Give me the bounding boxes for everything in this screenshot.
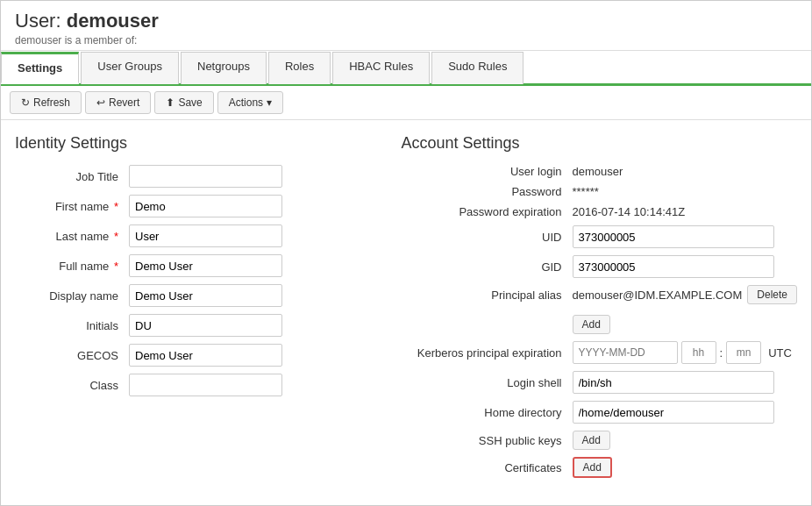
label-display-name: Display name: [15, 289, 129, 303]
identity-section: Identity Settings Job Title First name *: [15, 134, 367, 485]
page-header: User: demouser demouser is a member of:: [1, 1, 811, 51]
form-row-job-title: Job Title: [15, 165, 367, 188]
label-uid: UID: [402, 231, 573, 244]
row-login-shell: Login shell: [402, 371, 798, 394]
label-full-name: Full name *: [15, 260, 129, 273]
label-password: Password: [402, 185, 573, 198]
required-star-first-name: *: [114, 200, 118, 213]
label-ssh-public-keys: SSH public keys: [402, 434, 573, 447]
input-gid[interactable]: [573, 255, 774, 278]
row-uid: UID: [402, 225, 798, 248]
label-principal-alias: Principal alias: [402, 289, 573, 302]
row-password-expiration: Password expiration 2016-07-14 10:14:41Z: [402, 205, 798, 218]
account-title: Account Settings: [402, 134, 798, 153]
value-principal-alias: demouser@IDM.EXAMPLE.COM: [573, 289, 743, 302]
row-home-directory: Home directory: [402, 401, 798, 424]
form-row-gecos: GECOS: [15, 344, 367, 367]
tab-roles[interactable]: Roles: [268, 52, 331, 84]
label-job-title: Job Title: [15, 170, 129, 183]
content-area: Identity Settings Job Title First name *: [1, 120, 811, 499]
row-password: Password ******: [402, 185, 798, 198]
save-icon: ⬆: [166, 96, 175, 109]
tab-netgroups[interactable]: Netgroups: [181, 52, 267, 84]
label-certificates: Certificates: [402, 461, 573, 474]
value-password: ******: [573, 185, 599, 198]
label-user-login: User login: [402, 165, 573, 178]
principal-alias-container: demouser@IDM.EXAMPLE.COM Delete: [573, 285, 798, 304]
form-row-first-name: First name *: [15, 195, 367, 217]
form-row-last-name: Last name *: [15, 224, 367, 247]
title-prefix: User:: [15, 10, 61, 32]
value-password-expiration: 2016-07-14 10:14:41Z: [573, 205, 686, 218]
delete-principal-alias-button[interactable]: Delete: [747, 285, 797, 304]
input-class[interactable]: [129, 374, 282, 396]
row-principal-alias-add: Add: [402, 311, 798, 334]
input-home-directory[interactable]: [573, 401, 774, 424]
page-title: User: demouser: [15, 10, 797, 32]
required-star-last-name: *: [114, 230, 118, 243]
main-window: User: demouser demouser is a member of: …: [0, 0, 812, 506]
tab-settings[interactable]: Settings: [1, 52, 79, 84]
save-button[interactable]: ⬆ Save: [154, 91, 213, 114]
refresh-button[interactable]: ↻ Refresh: [10, 91, 82, 114]
kerberos-mn-input[interactable]: [726, 341, 761, 364]
label-login-shell: Login shell: [402, 376, 573, 389]
label-gecos: GECOS: [15, 349, 129, 362]
chevron-down-icon: ▾: [267, 96, 272, 109]
form-row-display-name: Display name: [15, 284, 367, 307]
kerberos-inputs: : UTC: [573, 341, 792, 364]
actions-button[interactable]: Actions ▾: [217, 91, 283, 114]
refresh-icon: ↻: [21, 96, 30, 109]
label-kerberos: Kerberos principal expiration: [402, 346, 573, 360]
toolbar: ↻ Refresh ↩ Revert ⬆ Save Actions ▾: [1, 86, 811, 120]
input-last-name[interactable]: [129, 224, 282, 247]
row-user-login: User login demouser: [402, 165, 798, 178]
label-first-name: First name *: [15, 200, 129, 213]
page-subtitle: demouser is a member of:: [15, 34, 797, 46]
add-certificate-button[interactable]: Add: [573, 457, 612, 478]
kerberos-hh-input[interactable]: [681, 341, 716, 364]
tabs-row: Settings User Groups Netgroups Roles HBA…: [1, 51, 811, 86]
tab-hbac-rules[interactable]: HBAC Rules: [332, 52, 430, 84]
value-user-login: demouser: [573, 165, 623, 178]
input-uid[interactable]: [573, 225, 774, 248]
utc-label: UTC: [768, 346, 792, 360]
kerberos-date-input[interactable]: [573, 341, 678, 364]
account-section: Account Settings User login demouser Pas…: [402, 134, 798, 485]
input-initials[interactable]: [129, 314, 282, 337]
refresh-label: Refresh: [33, 96, 70, 109]
tab-user-groups[interactable]: User Groups: [81, 52, 179, 84]
row-kerberos: Kerberos principal expiration : UTC: [402, 341, 798, 364]
revert-button[interactable]: ↩ Revert: [85, 91, 151, 114]
form-row-initials: Initials: [15, 314, 367, 337]
row-gid: GID: [402, 255, 798, 278]
revert-icon: ↩: [96, 96, 105, 109]
label-initials: Initials: [15, 319, 129, 332]
input-full-name[interactable]: [129, 254, 282, 277]
add-ssh-key-button[interactable]: Add: [573, 431, 610, 450]
add-principal-alias-button[interactable]: Add: [573, 315, 610, 334]
required-star-full-name: *: [114, 260, 118, 273]
form-row-class: Class: [15, 374, 367, 396]
row-ssh-public-keys: SSH public keys Add: [402, 431, 798, 450]
label-gid: GID: [402, 260, 573, 274]
revert-label: Revert: [109, 96, 139, 109]
tab-sudo-rules[interactable]: Sudo Rules: [431, 52, 524, 84]
label-password-expiration: Password expiration: [402, 205, 573, 218]
input-display-name[interactable]: [129, 284, 282, 307]
label-class: Class: [15, 379, 129, 392]
actions-label: Actions: [229, 96, 263, 109]
identity-title: Identity Settings: [15, 134, 367, 153]
input-first-name[interactable]: [129, 195, 282, 217]
input-gecos[interactable]: [129, 344, 282, 367]
input-login-shell[interactable]: [573, 371, 774, 394]
row-principal-alias: Principal alias demouser@IDM.EXAMPLE.COM…: [402, 285, 798, 304]
kerberos-colon: :: [720, 346, 723, 360]
row-certificates: Certificates Add: [402, 457, 798, 478]
form-row-full-name: Full name *: [15, 254, 367, 277]
save-label: Save: [178, 96, 202, 109]
label-last-name: Last name *: [15, 230, 129, 243]
input-job-title[interactable]: [129, 165, 282, 188]
label-home-directory: Home directory: [402, 406, 573, 419]
username: demouser: [67, 10, 159, 32]
